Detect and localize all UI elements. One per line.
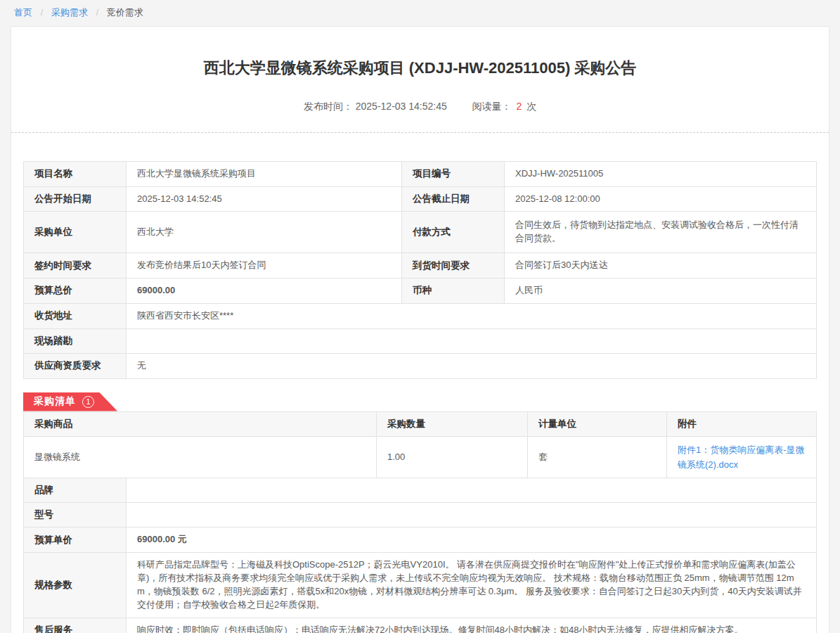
detail-value-brand	[127, 478, 817, 503]
info-value-currency: 人民币	[505, 279, 817, 304]
detail-value-after-sales: 响应时效：即时响应（包括电话响应）；电话响应无法解决72小时内到达现场。修复时间…	[127, 618, 817, 633]
detail-value-unit-price: 69000.00 元	[127, 528, 817, 553]
info-row-address: 收货地址 陕西省西安市长安区****	[24, 303, 817, 328]
page-title: 西北大学显微镜系统采购项目 (XDJJ-HW-202511005) 采购公告	[53, 58, 787, 79]
info-value-end-date: 2025-12-08 12:00:00	[505, 186, 817, 212]
list-value-quantity: 1.00	[377, 436, 528, 478]
list-header-unit: 计量单位	[528, 411, 667, 436]
info-label-budget-total: 预算总价	[24, 279, 127, 304]
info-label-purchaser: 采购单位	[24, 212, 127, 253]
item-detail-table: 品牌 型号 预算单价 69000.00 元 规格参数 科研产品指定品牌型号：上海…	[23, 478, 817, 633]
purchase-list-badge-count: 1	[82, 396, 94, 408]
list-value-attachment: 附件1：货物类响应偏离表-显微镜系统(2).docx	[667, 436, 817, 478]
info-value-site-visit	[127, 328, 817, 353]
info-value-budget-total: 69000.00	[127, 279, 402, 304]
info-label-sign-time: 签约时间要求	[24, 253, 127, 279]
detail-row-unit-price: 预算单价 69000.00 元	[24, 528, 817, 553]
detail-row-after-sales: 售后服务 响应时效：即时响应（包括电话响应）；电话响应无法解决72小时内到达现场…	[24, 618, 817, 633]
detail-label-brand: 品牌	[24, 478, 127, 503]
meta-line: 发布时间： 2025-12-03 14:52:45 阅读量： 2 次	[11, 101, 829, 113]
info-value-address: 陕西省西安市长安区****	[127, 303, 817, 328]
info-value-project-code: XDJJ-HW-202511005	[505, 161, 817, 186]
read-count-value: 2	[516, 101, 522, 112]
content-area: 项目名称 西北大学显微镜系统采购项目 项目编号 XDJJ-HW-20251100…	[11, 133, 829, 633]
detail-row-specs: 规格参数 科研产品指定品牌型号：上海磁及科技OptiScope-2512P；蔚云…	[24, 553, 817, 618]
list-header-row: 采购商品 采购数量 计量单位 附件	[24, 411, 817, 436]
info-row-sign-delivery: 签约时间要求 发布竞价结果后10天内签订合同 到货时间要求 合同签订后30天内送…	[24, 253, 817, 279]
info-label-end-date: 公告截止日期	[402, 186, 505, 212]
detail-label-unit-price: 预算单价	[24, 528, 127, 553]
list-value-unit: 套	[528, 436, 667, 478]
info-row-dates: 公告开始日期 2025-12-03 14:52:45 公告截止日期 2025-1…	[24, 186, 817, 212]
detail-value-specs: 科研产品指定品牌型号：上海磁及科技OptiScope-2512P；蔚云光电VY2…	[127, 553, 817, 618]
detail-row-model: 型号	[24, 503, 817, 528]
info-label-qualification: 供应商资质要求	[24, 353, 127, 378]
list-header-product: 采购商品	[24, 411, 377, 436]
info-row-purchaser-payment: 采购单位 西北大学 付款方式 合同生效后，待货物到达指定地点、安装调试验收合格后…	[24, 212, 817, 253]
read-count-label: 阅读量：	[472, 101, 512, 112]
info-value-qualification: 无	[127, 353, 817, 378]
info-label-site-visit: 现场踏勘	[24, 328, 127, 353]
info-label-address: 收货地址	[24, 303, 127, 328]
breadcrumb-separator: /	[41, 7, 44, 18]
info-row-qualification: 供应商资质要求 无	[24, 353, 817, 378]
detail-label-specs: 规格参数	[24, 553, 127, 618]
publish-time-label: 发布时间：	[304, 101, 353, 112]
list-header-attachment: 附件	[667, 411, 817, 436]
info-value-sign-time: 发布竞价结果后10天内签订合同	[127, 253, 402, 279]
info-value-purchaser: 西北大学	[127, 212, 402, 253]
list-item-row: 显微镜系统 1.00 套 附件1：货物类响应偏离表-显微镜系统(2).docx	[24, 436, 817, 478]
announcement-card: 西北大学显微镜系统采购项目 (XDJJ-HW-202511005) 采购公告 发…	[11, 26, 829, 633]
list-header-quantity: 采购数量	[377, 411, 528, 436]
info-value-start-date: 2025-12-03 14:52:45	[127, 186, 402, 212]
breadcrumb-separator: /	[96, 7, 99, 18]
info-row-site-visit: 现场踏勘	[24, 328, 817, 353]
info-value-payment: 合同生效后，待货物到达指定地点、安装调试验收合格后，一次性付清合同货款。	[505, 212, 817, 253]
breadcrumb-purchase-demand-link[interactable]: 采购需求	[51, 7, 88, 18]
breadcrumb: 首页 / 采购需求 / 竞价需求	[0, 0, 840, 26]
info-value-project-name: 西北大学显微镜系统采购项目	[127, 161, 402, 186]
info-value-delivery-time: 合同签订后30天内送达	[505, 253, 817, 279]
detail-value-model	[127, 503, 817, 528]
info-row-name-code: 项目名称 西北大学显微镜系统采购项目 项目编号 XDJJ-HW-20251100…	[24, 161, 817, 186]
project-info-table: 项目名称 西北大学显微镜系统采购项目 项目编号 XDJJ-HW-20251100…	[23, 161, 817, 379]
purchase-list-table: 采购商品 采购数量 计量单位 附件 显微镜系统 1.00 套 附件1：货物类响应…	[23, 411, 817, 479]
info-label-payment: 付款方式	[402, 212, 505, 253]
breadcrumb-home-link[interactable]: 首页	[14, 7, 32, 18]
read-count-unit: 次	[526, 101, 536, 112]
purchase-list-badge: 采购清单 1	[23, 392, 117, 411]
info-label-delivery-time: 到货时间要求	[402, 253, 505, 279]
attachment-link[interactable]: 附件1：货物类响应偏离表-显微镜系统(2).docx	[678, 442, 806, 473]
breadcrumb-current-bidding-demand: 竞价需求	[107, 7, 143, 18]
info-label-start-date: 公告开始日期	[24, 186, 127, 212]
detail-label-model: 型号	[24, 503, 127, 528]
info-row-budget-currency: 预算总价 69000.00 币种 人民币	[24, 279, 817, 304]
info-label-project-name: 项目名称	[24, 161, 127, 186]
info-label-project-code: 项目编号	[402, 161, 505, 186]
purchase-list-badge-label: 采购清单	[34, 395, 76, 408]
detail-label-after-sales: 售后服务	[24, 618, 127, 633]
detail-row-brand: 品牌	[24, 478, 817, 503]
list-value-product: 显微镜系统	[24, 436, 377, 478]
publish-time-value: 2025-12-03 14:52:45	[356, 101, 447, 112]
info-label-currency: 币种	[402, 279, 505, 304]
